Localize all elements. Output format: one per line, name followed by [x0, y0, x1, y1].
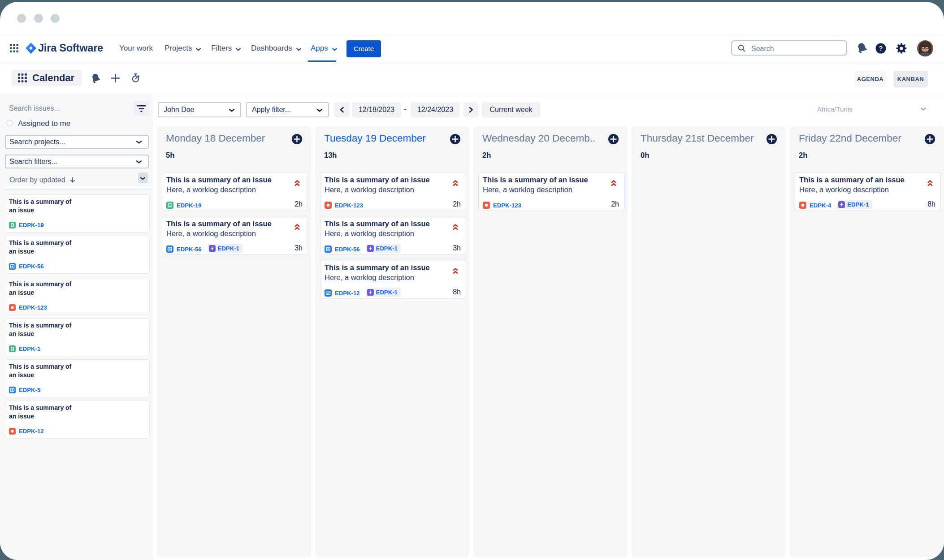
svg-text:?: ?: [879, 45, 883, 52]
